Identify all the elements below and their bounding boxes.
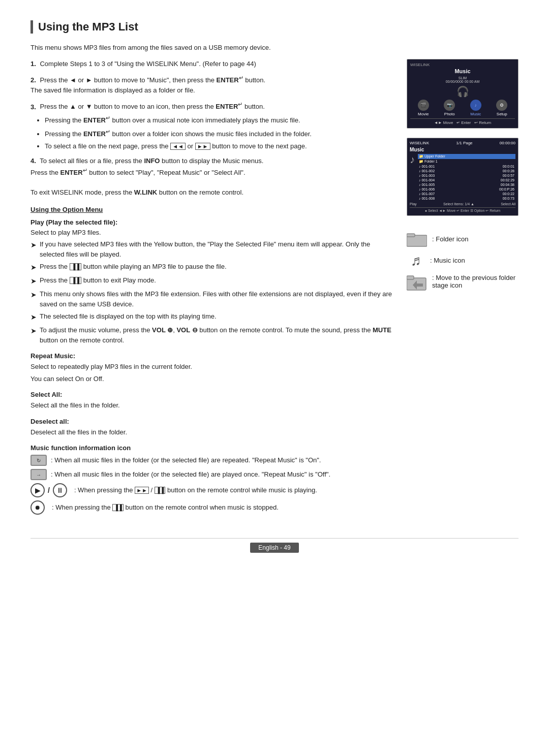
arrow-item-2: ➤ Press the ▐▐ button while playing an M…: [30, 262, 396, 273]
arrow-sym-6: ➤: [30, 326, 37, 336]
tv-file-001: ♪ 001-00100:0:01: [418, 164, 515, 169]
arrow-item-3: ➤ Press the ▐▐ button to exit Play mode.: [30, 275, 396, 287]
tv-setup-icon: ⚙: [496, 100, 507, 111]
arrow-text-6: To adjust the music volume, press the VO…: [40, 325, 396, 345]
svg-rect-5: [417, 284, 423, 287]
repeat-on-icon: ↻: [30, 455, 47, 466]
tv-file-008: ♪ 001-00800:0:73: [418, 196, 515, 201]
arrow-text-2: Press the ▐▐ button while playing an MP3…: [40, 262, 227, 272]
step-2: 2. Press the ◄ or ► button to move to "M…: [30, 74, 396, 95]
music-icon-label: : Music icon: [430, 257, 465, 264]
step-2-num: 2.: [30, 76, 36, 84]
play-circle-icon: ▶: [30, 483, 45, 497]
step-1: 1. Complete Steps 1 to 3 of "Using the W…: [30, 59, 396, 69]
step-3-bullet-3: To select a file on the next page, press…: [45, 141, 396, 151]
page-title: Using the MP3 List: [30, 20, 518, 34]
tv-photo-icon: 📷: [444, 100, 455, 111]
tv-file-004: ♪ 001-00400:02:29: [418, 178, 515, 182]
footer-badge: English - 49: [250, 543, 298, 553]
repeat-music-text1: Select to repeatedly play MP3 files in t…: [30, 362, 396, 372]
tv-menu-movie: 🎬 Movie: [418, 100, 429, 116]
tv-screenshot-1: WISELINK Music SLIM 00/00/0000 00:00 AM …: [407, 59, 518, 129]
arrow-item-6: ➤ To adjust the music volume, press the …: [30, 325, 396, 345]
arrow-sym-3: ➤: [30, 276, 37, 287]
tv-screen1-nav: ◄► Move ↵ Enter ↩ Return: [410, 118, 515, 125]
tv-file-002: ♪ 001-00200:0:28: [418, 169, 515, 173]
play-heading: Play (Play the selected file):: [30, 218, 396, 226]
deselect-all-heading: Deselect all:: [30, 418, 396, 425]
arrow-sym-5: ➤: [30, 312, 37, 323]
arrow-item-1: ➤ If you have selected MP3 files with th…: [30, 239, 396, 259]
svg-rect-3: [407, 276, 414, 279]
step-3-num: 3.: [30, 103, 36, 111]
tv-menu-setup: ⚙ Setup: [496, 100, 507, 116]
music-func-heading: Music function information icon: [30, 444, 396, 452]
tv-menu-row: 🎬 Movie 📷 Photo ♪ Music ⚙ Setup: [410, 100, 515, 116]
step-3-bullet-1: Pressing the ENTER↵ button over a musica…: [45, 114, 396, 125]
arrow-text-5: The selected file is displayed on the to…: [40, 311, 217, 322]
repeat-off-icon: →: [30, 469, 47, 480]
deselect-all-text: Deselect all the files in the folder.: [30, 427, 396, 437]
tv-folder-1: 📁 Folder 1: [418, 159, 515, 164]
tv-screen2-nav: ● Select ◄► Move ↵ Enter ☰ Option ↩ Retu…: [410, 207, 515, 213]
music-icon: ♬: [407, 251, 425, 270]
tv-screen2-header: WISELINK 1/1 Page 00:00:00: [410, 141, 515, 145]
arrow-sym-4: ➤: [30, 290, 37, 300]
tv-menu-music: ♪ Music: [470, 100, 481, 116]
tv-folder-upper: 📁 Upper Folder: [418, 154, 515, 159]
tv-file-003: ♪ 001-00300:0:57: [418, 173, 515, 178]
select-all-text: Select all the files in the folder.: [30, 400, 396, 411]
music-icon-row: ♬ : Music icon: [407, 251, 518, 270]
step-3: 3. Press the ▲ or ▼ button to move to an…: [30, 100, 396, 151]
music-func-row-1: ↻ : When all music files in the folder (…: [30, 455, 396, 466]
slash-sep: /: [48, 485, 50, 496]
music-func-row-4: ⏺ : When pressing the ▐▐ button on the r…: [30, 500, 396, 515]
intro-text: This menu shows MP3 files from among the…: [30, 43, 518, 53]
tv-screen2-title: Music: [410, 147, 515, 152]
tv-file-006: ♪ 001-00600:0:P:26: [418, 187, 515, 192]
stop-circle-icon: ⏺: [30, 500, 45, 515]
arrow-sym-2: ➤: [30, 262, 37, 273]
music-func-row-2: → : When all music files in the folder (…: [30, 469, 396, 480]
arrow-item-5: ➤ The selected file is displayed on the …: [30, 311, 396, 323]
prev-folder-icon-row: : Move to the previous folder stage icon: [407, 274, 518, 292]
left-content: 1. Complete Steps 1 to 3 of "Using the W…: [30, 59, 396, 518]
tv-screenshot-2: WISELINK 1/1 Page 00:00:00 Music ♪ 📁 Upp…: [407, 138, 518, 216]
arrow-text-1: If you have selected MP3 files with the …: [40, 239, 396, 259]
repeat-music-heading: Repeat Music:: [30, 352, 396, 360]
prev-folder-icon-label: : Move to the previous folder stage icon: [432, 274, 518, 289]
tv-file-005: ♪ 001-00500:04:38: [418, 182, 515, 187]
folder-icon-label: : Folder icon: [432, 235, 469, 243]
tv-file-007: ♪ 001-00700:0:22: [418, 192, 515, 196]
folder-icon-row: : Folder icon: [407, 231, 518, 247]
arrow-text-4: This menu only shows files with the MP3 …: [40, 289, 396, 309]
step-3-bullet-2: Pressing the ENTER↵ button over a folder…: [45, 128, 396, 139]
svg-rect-1: [407, 234, 415, 237]
step-4-num: 4.: [30, 157, 36, 165]
arrow-sym-1: ➤: [30, 240, 37, 250]
play-text: Select to play MP3 files.: [30, 228, 396, 238]
arrow-text-3: Press the ▐▐ button to exit Play mode.: [40, 275, 156, 286]
folder-icon: [407, 231, 427, 247]
music-func-text-2: : When all music files in the folder (or…: [51, 469, 330, 480]
right-content: WISELINK Music SLIM 00/00/0000 00:00 AM …: [407, 59, 518, 518]
page-footer: English - 49: [30, 538, 518, 553]
pause-circle-icon: ⏸: [53, 483, 67, 497]
music-func-row-3: ▶ / ⏸ : When pressing the ►► / ▐▐ button…: [30, 483, 396, 497]
icon-legend: : Folder icon ♬ : Music icon : Move to t…: [407, 227, 518, 296]
tv-music-icon: ♪: [470, 100, 481, 111]
tv-menu-photo: 📷 Photo: [444, 100, 455, 116]
music-func-text-4: : When pressing the ▐▐ button on the rem…: [52, 502, 279, 513]
step-1-num: 1.: [30, 60, 36, 68]
music-func-text-1: : When all music files in the folder (or…: [51, 455, 321, 465]
tv-movie-icon: 🎬: [418, 100, 429, 111]
tv-screen1-title: Music: [410, 68, 515, 74]
prev-folder-icon: [407, 274, 427, 292]
step-4: 4. To select all files or a file, press …: [30, 156, 396, 197]
select-all-heading: Select All:: [30, 391, 396, 398]
music-func-text-3: : When pressing the ►► / ▐▐ button on th…: [74, 485, 317, 495]
repeat-music-text2: You can select On or Off.: [30, 374, 396, 384]
arrow-item-4: ➤ This menu only shows files with the MP…: [30, 289, 396, 309]
option-menu-heading: Using the Option Menu: [30, 206, 396, 213]
